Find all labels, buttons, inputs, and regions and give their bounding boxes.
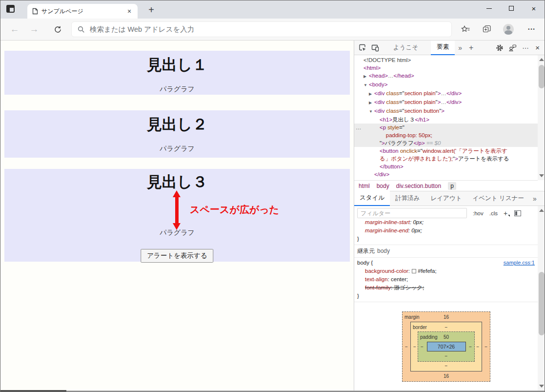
tab-actions-menu-icon[interactable] [5, 4, 16, 14]
page-document-icon [32, 8, 38, 15]
tab-welcome[interactable]: ようこそ [387, 41, 424, 55]
dom-tree-row[interactable]: padding-top: 50px; [354, 131, 538, 139]
devtools-toolbar: ようこそ 要素 » + ⋯ × [354, 41, 545, 55]
browser-menu-icon[interactable]: ••• [525, 23, 538, 36]
styles-scrollbar[interactable] [538, 206, 545, 391]
dom-tree-row[interactable]: ▶<div class="section plain">…</div> [354, 89, 538, 98]
device-toolbar-icon[interactable] [369, 41, 382, 54]
new-tab-button[interactable]: + [145, 3, 158, 16]
more-tabs-chevron-icon[interactable]: » [455, 44, 465, 52]
tab-computed[interactable]: 計算済み [390, 191, 425, 206]
css-declaration[interactable]: text-align: center; [357, 275, 535, 284]
devtools-menu-icon[interactable]: ⋯ [519, 44, 532, 52]
tab-elements[interactable]: 要素 [431, 41, 455, 55]
box-model-border[interactable]: border − − − − padding 50 − − − 707×26 [410, 322, 482, 371]
settings-gear-icon[interactable] [493, 41, 506, 54]
rule-close-brace: } [357, 292, 535, 300]
css-rule-body: sample.css:1 body { background-color: #f… [354, 258, 538, 302]
scroll-down-arrow[interactable] [539, 174, 544, 177]
css-declaration[interactable]: background-color: #fefefa; [357, 267, 535, 275]
toggle-pseudo-hov-button[interactable]: :hov [473, 210, 484, 216]
dom-tree-row[interactable]: <html> [354, 64, 538, 72]
show-alert-button[interactable]: アラートを表示する [141, 249, 213, 263]
toggle-cls-button[interactable]: .cls [489, 210, 498, 216]
section-2: 見出し２ パラグラフ [4, 110, 350, 158]
tab-layout[interactable]: レイアウト [425, 191, 467, 206]
collapse-arrow-icon[interactable]: ▼ [363, 82, 369, 89]
styles-tab-bar: スタイル 計算済み レイアウト イベント リスナー » [354, 191, 545, 206]
rule-close-brace: } [357, 235, 535, 243]
dom-tree-row[interactable]: ">パラグラフ</p> == $0 [354, 139, 538, 147]
heading-3: 見出し３ [4, 172, 350, 192]
tab-close-icon[interactable]: × [125, 7, 134, 15]
inherited-body-link[interactable]: body [377, 248, 390, 254]
breadcrumb-p[interactable]: p [448, 182, 456, 190]
css-rule-user-agent: margin-inline-start: 0px;margin-inline-e… [354, 220, 538, 245]
css-declaration[interactable]: margin-inline-end: 0px; [357, 227, 535, 235]
reload-button[interactable] [51, 22, 64, 36]
breadcrumb-body[interactable]: body [377, 183, 389, 189]
expand-arrow-icon[interactable]: ▶ [369, 99, 374, 107]
favorites-icon[interactable] [459, 23, 472, 36]
box-model-content[interactable]: 707×26 [427, 342, 466, 351]
dom-tree-row[interactable]: <!DOCTYPE html> [354, 56, 538, 64]
feedback-icon[interactable] [506, 41, 519, 54]
dom-tree-row[interactable]: ▼<div class="section button"> [354, 107, 538, 116]
style-filter-input[interactable] [357, 208, 467, 218]
dom-tree-row[interactable]: ▶<head>…</head> [354, 72, 538, 81]
spacing-annotation: スペースが広がった [190, 203, 279, 216]
collections-icon[interactable] [481, 23, 493, 36]
css-declaration[interactable]: margin-inline-start: 0px; [357, 220, 535, 227]
collapse-arrow-icon[interactable]: ▼ [369, 108, 374, 116]
section-3: 見出し３ スペースが広がった パラグラフ アラートを表示する [4, 169, 350, 262]
box-model-margin[interactable]: margin 16 16 − − border − − − − padding … [402, 311, 490, 382]
browser-tab[interactable]: サンプルページ × [27, 4, 138, 19]
profile-avatar[interactable] [502, 23, 515, 36]
stylesheet-link[interactable]: sample.css:1 [504, 259, 535, 267]
expand-arrow-icon[interactable]: ▶ [363, 73, 369, 81]
box-model-padding[interactable]: padding 50 − − − 707×26 [418, 331, 475, 362]
scrollbar-thumb[interactable] [539, 65, 545, 88]
devtools-close-icon[interactable]: × [532, 43, 545, 52]
dom-tree-row[interactable]: ▶<div class="section plain">…</div> [354, 98, 538, 107]
dom-tree-row[interactable]: ▼<body> [354, 81, 538, 89]
dom-tree-row[interactable]: …<p style=" [354, 124, 538, 131]
dom-tree-row[interactable]: る」ボタンが押されました');">アラートを表示する [354, 155, 538, 163]
forward-button[interactable]: → [27, 22, 41, 36]
css-declaration[interactable]: font-family: 游ゴシック; [357, 284, 535, 292]
red-arrow-up-head [173, 190, 181, 197]
window-close-button[interactable]: × [523, 0, 545, 16]
scrollbar-thumb[interactable] [539, 272, 545, 335]
scroll-up-arrow[interactable] [539, 209, 544, 212]
paragraph-2: パラグラフ [4, 144, 350, 153]
scroll-down-arrow[interactable] [539, 385, 544, 388]
window-minimize-button[interactable] [478, 0, 500, 16]
styles-pane: margin-inline-start: 0px;margin-inline-e… [354, 220, 538, 392]
inspect-element-icon[interactable] [356, 41, 369, 54]
back-button[interactable]: ← [8, 22, 21, 36]
address-bar[interactable] [71, 21, 452, 37]
add-panel-icon[interactable]: + [465, 43, 477, 52]
address-input[interactable] [90, 25, 445, 33]
scroll-up-arrow[interactable] [539, 58, 544, 61]
dom-tree-row[interactable]: </div> [354, 170, 538, 178]
expand-arrow-icon[interactable]: ▶ [369, 90, 374, 98]
dom-tree-row[interactable]: <h1>見出し３</h1> [354, 116, 538, 124]
heading-1: 見出し１ [4, 55, 350, 75]
color-swatch[interactable] [412, 269, 416, 273]
breadcrumb-html[interactable]: html [359, 183, 370, 189]
tab-event-listeners[interactable]: イベント リスナー [467, 191, 529, 206]
tab-title: サンプルページ [41, 7, 121, 16]
tab-styles[interactable]: スタイル [354, 191, 390, 206]
toggle-sidebar-icon[interactable] [514, 210, 521, 216]
more-style-tabs-chevron-icon[interactable]: » [529, 195, 540, 203]
window-maximize-button[interactable] [500, 0, 523, 16]
breadcrumb-div[interactable]: div.section.button [396, 183, 442, 189]
window-bottom-edge-dark [0, 390, 66, 392]
dom-tree-row[interactable]: <button onclick="window.alert('「アラートを表示す [354, 147, 538, 155]
new-style-rule-button[interactable]: + [504, 209, 507, 217]
dom-tree-row[interactable]: </button> [354, 163, 538, 170]
paragraph-1: パラグラフ [4, 85, 350, 94]
dom-tree-scrollbar[interactable] [538, 55, 545, 180]
selected-node-gutter-dots[interactable]: … [356, 124, 362, 131]
